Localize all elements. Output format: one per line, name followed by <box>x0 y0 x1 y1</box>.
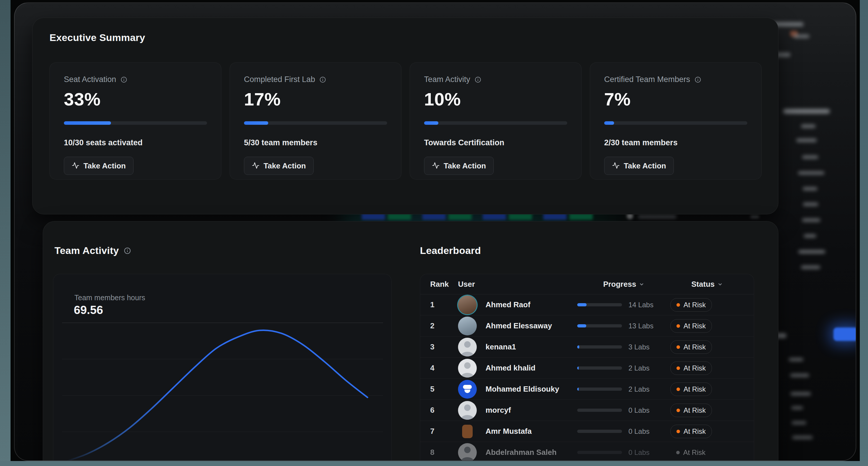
row-progress: 3 Labs <box>577 343 670 351</box>
row-rank: 5 <box>430 384 458 394</box>
column-header-progress[interactable]: Progress <box>577 280 670 289</box>
metric-card: Completed First Lab 17% 5/30 team member… <box>229 62 402 180</box>
take-action-button[interactable]: Take Action <box>244 157 314 175</box>
leaderboard-card: Rank User Progress Status <box>420 274 754 461</box>
avatar <box>458 443 477 461</box>
status-dot-icon <box>677 366 680 370</box>
row-labs-count: 0 Labs <box>628 406 650 414</box>
row-status: At Risk <box>670 319 744 333</box>
row-progress-track <box>577 387 622 391</box>
leaderboard-title-text: Leaderboard <box>420 245 481 256</box>
leaderboard-row[interactable]: 1 Ahmed Raof 14 Labs At Risk <box>420 294 754 315</box>
row-labs-count: 0 Labs <box>628 427 650 436</box>
info-icon[interactable] <box>120 76 127 83</box>
row-progress: 0 Labs <box>577 406 670 414</box>
status-dot-icon <box>677 303 680 307</box>
exec-cards: Seat Activation 33% 10/30 seats activate… <box>50 62 762 180</box>
row-progress-fill <box>577 366 579 370</box>
avatar <box>462 425 473 438</box>
row-progress: 14 Labs <box>577 301 670 309</box>
metric-label: Team Activity <box>424 75 470 84</box>
info-icon[interactable] <box>694 76 701 83</box>
status-dot-icon <box>677 387 680 391</box>
metric-progress-track <box>424 121 567 125</box>
column-header-status[interactable]: Status <box>670 280 744 289</box>
leaderboard-row[interactable]: 2 Ahmed Elessaway 13 Labs At Risk <box>420 315 754 337</box>
metric-subtext: 2/30 team members <box>604 138 747 147</box>
activity-icon <box>612 162 620 170</box>
row-username: Ahmed Raof <box>486 300 530 309</box>
info-icon[interactable] <box>124 247 131 254</box>
row-progress-track <box>577 324 622 328</box>
leaderboard-row[interactable]: 8 Abdelrahman Saleh 0 Labs At Risk <box>420 442 754 461</box>
row-username: Ahmed Elessaway <box>486 321 552 331</box>
status-badge: At Risk <box>670 425 712 438</box>
metric-card: Certified Team Members 7% 2/30 team memb… <box>590 62 762 180</box>
metric-label: Seat Activation <box>64 75 116 84</box>
team-activity-title: Team Activity <box>55 245 131 256</box>
row-username: kenana1 <box>486 342 516 351</box>
metric-value: 10% <box>424 89 567 110</box>
row-status: At Risk <box>670 425 744 438</box>
metric-card: Team Activity 10% Towards Certification … <box>410 62 582 180</box>
leaderboard-row[interactable]: 4 Ahmed khalid 2 Labs At Risk <box>420 358 754 379</box>
row-rank: 1 <box>430 300 458 309</box>
backdrop-primary-button-blur <box>833 328 856 341</box>
metric-progress-track <box>64 121 207 125</box>
activity-icon <box>432 162 440 170</box>
row-status: At Risk <box>670 382 744 396</box>
row-labs-count: 13 Labs <box>628 322 653 330</box>
row-rank: 2 <box>430 321 458 331</box>
metric-card-header: Completed First Lab <box>244 75 387 84</box>
status-label: At Risk <box>683 301 706 309</box>
metric-subtext: 5/30 team members <box>244 138 387 147</box>
take-action-button[interactable]: Take Action <box>604 157 674 175</box>
row-progress-fill <box>577 345 579 348</box>
take-action-button[interactable]: Take Action <box>424 157 494 175</box>
screenshot-root: Executive Summary Seat Activation 33% 10… <box>0 0 868 466</box>
avatar <box>458 359 477 377</box>
row-status: At Risk <box>670 446 744 459</box>
row-labs-count: 2 Labs <box>628 385 650 393</box>
metric-card-header: Seat Activation <box>64 75 207 84</box>
leaderboard-row[interactable]: 7 Amr Mustafa 0 Labs At Risk <box>420 421 754 442</box>
row-user: morcyf <box>458 401 577 420</box>
status-label: At Risk <box>683 406 706 414</box>
metric-subtext: 10/30 seats activated <box>64 138 207 147</box>
metric-card-header: Certified Team Members <box>604 75 747 84</box>
metric-subtext: Towards Certification <box>424 138 567 147</box>
info-icon[interactable] <box>474 76 482 83</box>
metric-progress-fill <box>424 121 438 125</box>
status-dot-icon <box>677 345 680 349</box>
metric-progress-fill <box>244 121 268 125</box>
leaderboard-row[interactable]: 3 kenana1 3 Labs At Risk <box>420 337 754 358</box>
row-progress-track <box>577 409 622 412</box>
row-progress-track <box>577 303 622 306</box>
leaderboard-row[interactable]: 5 Mohamed Eldisouky 2 Labs At Risk <box>420 379 754 400</box>
metric-progress-fill <box>604 121 614 125</box>
backdrop-text-blur <box>638 215 677 218</box>
column-header-progress-text: Progress <box>603 280 637 289</box>
info-icon[interactable] <box>319 76 326 83</box>
avatar <box>458 401 477 420</box>
metric-value: 7% <box>604 89 747 110</box>
status-dot-icon <box>677 324 680 328</box>
status-dot-icon <box>677 409 680 412</box>
desktop-edge-left <box>0 0 10 466</box>
desktop-edge-right <box>860 0 868 466</box>
take-action-button[interactable]: Take Action <box>64 157 133 175</box>
row-progress-track <box>577 345 622 348</box>
row-status: At Risk <box>670 298 744 312</box>
take-action-label: Take Action <box>264 161 306 170</box>
metric-progress-track <box>604 121 747 125</box>
leaderboard-body: 1 Ahmed Raof 14 Labs At Risk 2 Ahmed Ele… <box>420 294 754 461</box>
avatar <box>458 380 477 399</box>
status-dot-icon <box>677 430 680 433</box>
row-labs-count: 3 Labs <box>628 343 650 351</box>
status-dot-icon <box>676 451 680 454</box>
row-user: Ahmed Elessaway <box>458 317 577 335</box>
chart-metric-value: 69.56 <box>74 304 103 317</box>
executive-summary-title: Executive Summary <box>50 32 145 43</box>
status-label: At Risk <box>683 385 706 393</box>
leaderboard-row[interactable]: 6 morcyf 0 Labs At Risk <box>420 400 754 421</box>
